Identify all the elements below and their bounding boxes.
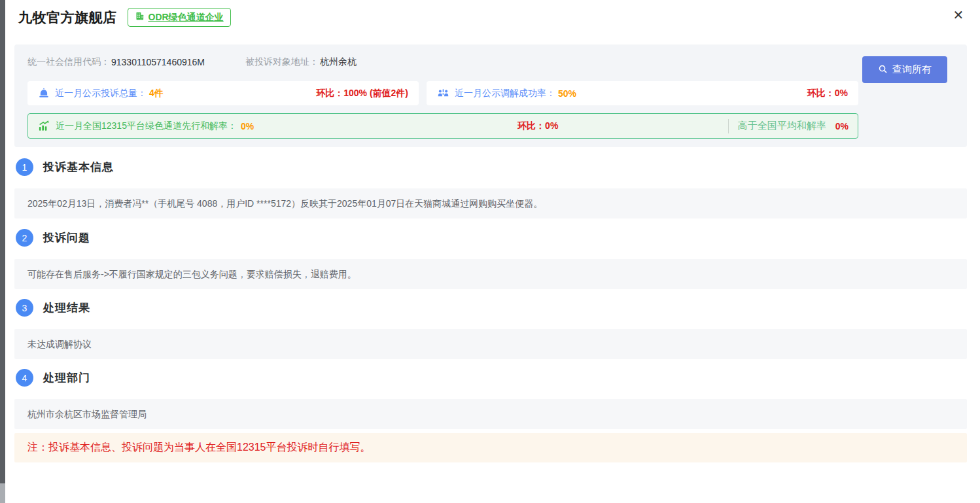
address-label: 被投诉对象地址： (245, 56, 319, 68)
credit-code-value: 91330110571460916M (111, 57, 205, 67)
stat-mediation-rate: 近一月公示调解成功率： 50% 环比：0% (427, 81, 858, 105)
section-number-badge: 1 (16, 158, 33, 176)
compare-label: 高于全国平均和解率 (738, 120, 826, 132)
query-all-label: 查询所有 (892, 63, 932, 76)
stat-green-channel: 近一月全国12315平台绿色通道先行和解率： 0% 环比：0% 高于全国平均和解… (27, 113, 858, 139)
compare-value: 0% (835, 121, 849, 131)
mediation-rate-mom: 环比：0% (807, 88, 848, 99)
section-title: 处理部门 (43, 370, 90, 385)
section-body-basic-info: 2025年02月13日，消费者冯**（手机尾号 4088，用户ID ****51… (14, 188, 967, 218)
complaint-detail-modal: 九牧官方旗舰店 ODR绿色通道企业 ✕ 统一社会信用代码： 9133011057… (5, 0, 980, 503)
complaint-total-label: 近一月公示投诉总量： (55, 88, 147, 99)
odr-badge-label: ODR绿色通道企业 (149, 12, 224, 24)
building-icon (135, 11, 145, 24)
odr-green-channel-badge[interactable]: ODR绿色通道企业 (128, 8, 231, 27)
section-body-result: 未达成调解协议 (14, 329, 967, 359)
search-icon (878, 64, 888, 76)
credit-code-label: 统一社会信用代码： (27, 56, 110, 68)
section-body-complaint-issue: 可能存在售后服务->不履行国家规定的三包义务问题，要求赔偿损失，退赔费用。 (14, 259, 967, 289)
green-channel-mom: 环比：0% (517, 120, 558, 132)
green-channel-compare: 高于全国平均和解率 0% (728, 114, 849, 138)
scrollbar-track-end (0, 483, 5, 503)
stat-complaint-total: 近一月公示投诉总量： 4件 环比：100% (前值2件) (27, 81, 419, 105)
section-header-complaint-issue: 2 投诉问题 (16, 229, 90, 247)
identity-row: 统一社会信用代码： 91330110571460916M 被投诉对象地址： 杭州… (27, 56, 956, 68)
section-number-badge: 2 (16, 229, 33, 247)
section-title: 投诉基本信息 (43, 160, 114, 175)
address-value: 杭州余杭 (320, 56, 357, 68)
section-number-badge: 4 (16, 369, 33, 387)
mediation-rate-value: 50% (558, 88, 576, 99)
complaint-total-value: 4件 (149, 88, 164, 99)
section-number-badge: 3 (16, 299, 33, 317)
vertical-divider (728, 119, 729, 133)
section-header-department: 4 处理部门 (16, 369, 90, 387)
section-header-result: 3 处理结果 (16, 299, 90, 317)
section-header-basic-info: 1 投诉基本信息 (16, 158, 114, 176)
footnote: 注：投诉基本信息、投诉问题为当事人在全国12315平台投诉时自行填写。 (14, 433, 967, 462)
shop-title: 九牧官方旗舰店 (18, 9, 117, 27)
close-icon[interactable]: ✕ (950, 7, 967, 24)
complaint-total-mom: 环比：100% (前值2件) (316, 88, 408, 99)
green-channel-label: 近一月全国12315平台绿色通道先行和解率： (56, 120, 237, 132)
people-icon (437, 88, 449, 99)
query-all-button[interactable]: 查询所有 (862, 56, 947, 83)
bar-chart-icon (37, 120, 50, 132)
green-channel-value: 0% (241, 121, 254, 131)
mediation-rate-label: 近一月公示调解成功率： (455, 88, 555, 99)
modal-header: 九牧官方旗舰店 ODR绿色通道企业 (18, 8, 231, 27)
summary-panel: 统一社会信用代码： 91330110571460916M 被投诉对象地址： 杭州… (14, 44, 967, 147)
alarm-icon (38, 88, 50, 99)
section-title: 投诉问题 (43, 230, 90, 245)
section-body-department: 杭州市余杭区市场监督管理局 (14, 399, 967, 429)
left-scrollbar[interactable] (0, 0, 5, 503)
stat-row: 近一月公示投诉总量： 4件 环比：100% (前值2件) 近一月公示调解成功率：… (27, 81, 858, 105)
section-title: 处理结果 (43, 300, 90, 315)
